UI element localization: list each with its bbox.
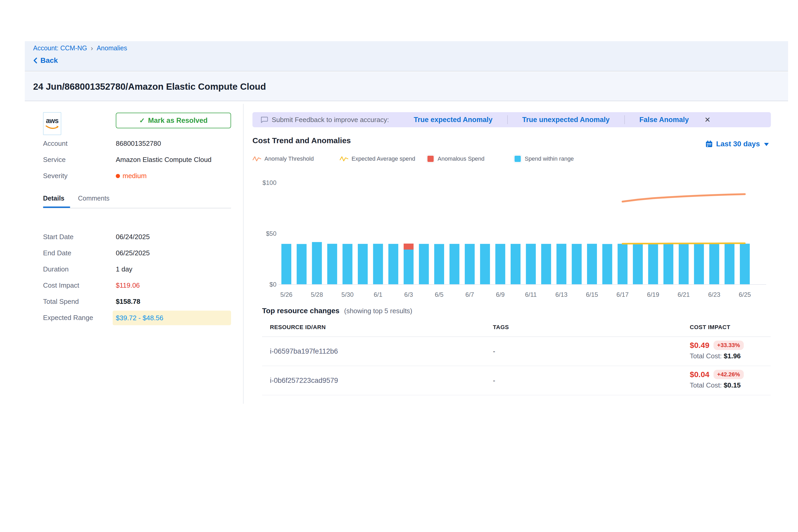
heading-text: Top resource changes [262, 307, 340, 315]
top-resource-changes-heading: Top resource changes (showing top 5 resu… [262, 307, 412, 315]
total-cost-label: Total Cost: [690, 352, 722, 360]
date-range-label: Last 30 days [716, 140, 760, 148]
feedback-true-unexpected-anomaly[interactable]: True unexpected Anomaly [522, 116, 610, 124]
title-bar: 24 Jun/868001352780/Amazon Elastic Compu… [25, 72, 788, 101]
severity-badge: medium [116, 172, 147, 180]
bar-5/29[interactable] [327, 244, 337, 284]
bar-6/23[interactable] [709, 244, 719, 284]
bar-6/12[interactable] [541, 244, 551, 284]
cost-delta-badge: +42.26% [714, 370, 743, 379]
legend-label: Anomaly Threshold [264, 155, 314, 162]
legend-expected-average-spend: Expected Average spend [340, 155, 426, 163]
date-range-selector[interactable]: Last 30 days [705, 140, 769, 148]
tab-comments[interactable]: Comments [78, 194, 110, 202]
bar-6/7[interactable] [465, 244, 475, 284]
bar-6/24[interactable] [724, 244, 734, 284]
total-spend-label: Total Spend [43, 298, 79, 306]
back-button[interactable]: Back [33, 56, 58, 65]
bar-5/30[interactable] [342, 244, 352, 284]
column-cost-impact: COST IMPACT [690, 324, 730, 331]
line-expected-average-spend[interactable] [623, 243, 745, 244]
detail-row-total-spend: Total Spend $158.78 [25, 296, 243, 308]
bar-6/16[interactable] [603, 244, 612, 284]
side-panel-tabs: Details Comments [43, 194, 110, 202]
breadcrumb: Account: CCM-NG › Anomalies [33, 44, 127, 52]
expected-range-value: $39.72 - $48.56 [116, 314, 163, 322]
x-axis-tick: 5/26 [280, 291, 292, 298]
breadcrumb-bar: Account: CCM-NG › Anomalies Back [25, 41, 788, 72]
bar-6/13[interactable] [556, 244, 566, 284]
bar-5/28[interactable] [312, 242, 322, 284]
resource-cost-cell: $0.04 +42.26% Total Cost: $0.15 [690, 370, 744, 390]
feedback-false-anomaly[interactable]: False Anomaly [640, 116, 689, 124]
bar-6/9[interactable] [495, 244, 505, 284]
bar-6/20[interactable] [663, 244, 673, 284]
y-axis-tick: $0 [269, 281, 277, 288]
tab-details[interactable]: Details [43, 194, 64, 202]
mark-as-resolved-button[interactable]: ✓ Mark as Resolved [116, 113, 231, 128]
feedback-prompt: Submit Feedback to improve accuracy: [272, 116, 389, 124]
total-spend-value: $158.78 [116, 298, 140, 306]
detail-row-start-date: Start Date 06/24/2025 [25, 231, 243, 243]
feedback-true-expected-anomaly[interactable]: True expected Anomaly [414, 116, 492, 124]
resource-id: i-06597ba197fe112b6 [270, 337, 338, 366]
y-axis-tick: $100 [263, 179, 277, 186]
x-axis-tick: 6/21 [678, 291, 690, 298]
blue-square-icon [514, 155, 521, 163]
bar-5/31[interactable] [358, 244, 368, 284]
chart-legend: Anomaly Threshold Expected Average spend… [252, 155, 601, 163]
detail-row-end-date: End Date 06/25/2025 [25, 247, 243, 260]
cost-impact-label: Cost Impact [43, 281, 79, 289]
bar-6/18[interactable] [633, 244, 643, 284]
bar-6/2[interactable] [388, 244, 398, 284]
x-axis-tick: 6/3 [404, 291, 413, 298]
bar-5/27[interactable] [297, 244, 307, 284]
bar-6/1[interactable] [373, 244, 383, 284]
bar-6/6[interactable] [450, 244, 459, 284]
bar-6/5[interactable] [434, 244, 444, 284]
bar-6/19[interactable] [648, 244, 658, 284]
resource-cost-cell: $0.49 +33.33% Total Cost: $1.96 [690, 341, 744, 360]
bar-6/10[interactable] [511, 244, 520, 284]
x-axis-tick: 6/15 [586, 291, 598, 298]
zigzag-line-icon [252, 155, 261, 163]
bar-6/22[interactable] [694, 244, 704, 284]
summary-row-service: Service Amazon Elastic Compute Cloud [25, 156, 243, 166]
bar-6/4[interactable] [419, 244, 429, 284]
bar-6/8[interactable] [480, 244, 490, 284]
anomaly-bar-6/3[interactable] [404, 244, 414, 250]
bar-6/17[interactable] [618, 244, 627, 284]
summary-row-account: Account 868001352780 [25, 139, 243, 150]
chat-bubble-icon [260, 116, 268, 124]
x-axis-tick: 6/1 [374, 291, 382, 298]
bar-6/3[interactable] [404, 250, 414, 284]
chevron-right-icon: › [91, 45, 93, 52]
close-icon[interactable]: ✕ [704, 116, 710, 124]
end-date-label: End Date [43, 249, 71, 257]
bar-6/11[interactable] [526, 244, 536, 284]
cost-trend-chart[interactable]: $0$50$1005/265/285/306/16/36/56/76/96/11… [252, 172, 772, 308]
service-label: Service [43, 156, 66, 164]
bar-6/21[interactable] [679, 244, 689, 284]
severity-dot-icon [116, 174, 120, 178]
severity-label: Severity [43, 172, 68, 180]
x-axis-tick: 6/9 [496, 291, 505, 298]
line-anomaly-threshold[interactable] [623, 194, 745, 201]
bar-5/26[interactable] [281, 244, 291, 284]
bar-6/14[interactable] [572, 244, 582, 284]
cost-delta-badge: +33.33% [714, 341, 743, 350]
zigzag-line-icon [340, 155, 348, 163]
account-value: 868001352780 [116, 139, 161, 148]
breadcrumb-anomalies-link[interactable]: Anomalies [97, 44, 127, 52]
x-axis-tick: 6/7 [466, 291, 474, 298]
service-value: Amazon Elastic Compute Cloud [116, 156, 211, 164]
start-date-value: 06/24/2025 [116, 233, 150, 241]
legend-anomaly-threshold: Anomaly Threshold [252, 155, 340, 163]
bar-6/25[interactable] [740, 244, 750, 284]
feedback-bar: Submit Feedback to improve accuracy: Tru… [252, 112, 771, 127]
detail-row-duration: Duration 1 day [25, 263, 243, 276]
breadcrumb-account-link[interactable]: Account: CCM-NG [33, 44, 87, 52]
bar-6/15[interactable] [587, 244, 597, 284]
total-cost-label: Total Cost: [690, 381, 722, 389]
resource-tags: - [493, 337, 495, 366]
